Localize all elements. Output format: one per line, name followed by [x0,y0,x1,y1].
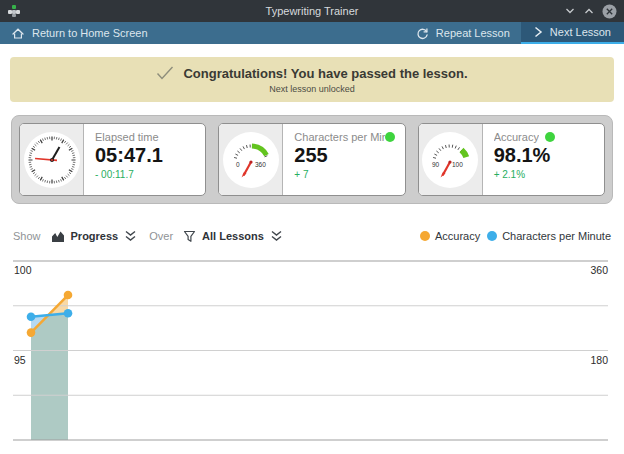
return-home-button[interactable]: Return to Home Screen [0,22,159,44]
svg-text:180: 180 [590,354,608,366]
filter-funnel-icon [183,230,196,243]
svg-text:95: 95 [14,354,26,366]
clock-icon [25,133,79,187]
cpm-card: 0 360 Characters per Min… 255 + 7 [218,123,405,196]
window-title: Typewriting Trainer [0,0,624,22]
double-chevron-down-icon [124,230,137,242]
elapsed-time-delta: - 00:11.7 [95,169,195,180]
repeat-icon [416,27,429,40]
accuracy-gauge-icon: 90 100 [423,133,477,187]
banner-subtitle: Next lesson unlocked [269,84,355,94]
accuracy-delta: + 2.1% [494,169,594,180]
accuracy-status-dot [545,132,555,142]
progress-chart-canvas: 10036095180 [0,254,624,454]
elapsed-time-label: Elapsed time [95,131,159,143]
accuracy-value: 98.1% [494,144,594,166]
home-icon [11,27,25,40]
cpm-legend-dot [487,231,497,241]
chart-controls-row: Show Progress Over All Lessons Accuracy … [13,226,611,246]
elapsed-time-value: 05:47.1 [95,144,195,166]
gauge-min-label: 0 [236,161,240,168]
svg-text:100: 100 [14,264,32,276]
repeat-lesson-button[interactable]: Repeat Lesson [405,22,521,44]
cpm-delta: + 7 [294,169,394,180]
show-value: Progress [71,230,119,242]
banner-title: Congratulations! You have passed the les… [183,66,467,81]
legend-cpm: Characters per Minute [487,230,611,242]
gauge-green-arc [462,149,467,156]
next-lesson-label: Next Lesson [550,26,611,38]
toolbar-spacer [159,22,405,44]
double-chevron-down-icon [270,230,283,242]
show-label: Show [13,230,41,242]
check-icon [156,66,174,80]
elapsed-time-card: Elapsed time 05:47.1 - 00:11.7 [19,123,206,196]
return-home-label: Return to Home Screen [32,27,148,39]
over-combobox[interactable]: All Lessons [183,230,283,243]
next-lesson-button[interactable]: Next Lesson [521,22,624,44]
minimize-icon[interactable] [564,5,576,17]
accuracy-legend-label: Accuracy [435,230,480,242]
show-combobox[interactable]: Progress [51,229,138,243]
close-icon[interactable] [602,4,617,19]
cpm-gauge-icon: 0 360 [224,133,278,187]
accuracy-label: Accuracy [494,131,539,143]
cpm-status-dot [385,132,395,142]
progress-chart: 10036095180 [0,254,624,454]
repeat-lesson-label: Repeat Lesson [436,27,510,39]
cpm-legend-label: Characters per Minute [502,230,611,242]
gauge-green-arc [252,146,267,155]
gauge-max-label: 100 [452,161,463,168]
maximize-icon[interactable] [583,5,595,17]
app-icon [7,4,21,18]
accuracy-card: 90 100 Accuracy 98.1% + 2.1% [418,123,605,196]
gauge-max-label: 360 [255,161,266,168]
legend-accuracy: Accuracy [420,230,480,242]
cpm-label: Characters per Min… [294,131,384,143]
toolbar: Return to Home Screen Repeat Lesson Next… [0,22,624,44]
stats-panel: Elapsed time 05:47.1 - 00:11.7 0 360 Cha… [11,115,613,204]
over-label: Over [149,230,173,242]
svg-text:360: 360 [590,264,608,276]
gauge-min-label: 90 [432,161,440,168]
accuracy-legend-dot [420,231,430,241]
cpm-value: 255 [294,144,394,166]
chart-legend: Accuracy Characters per Minute [420,230,611,242]
next-chevron-icon [534,26,543,38]
congratulations-banner: Congratulations! You have passed the les… [10,57,614,102]
over-value: All Lessons [202,230,264,242]
titlebar: Typewriting Trainer [0,0,624,22]
area-chart-icon [51,229,65,243]
